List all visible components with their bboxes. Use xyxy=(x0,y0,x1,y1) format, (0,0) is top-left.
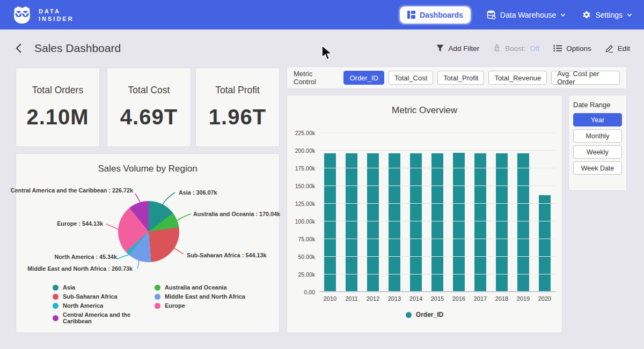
date-range-year[interactable]: Year xyxy=(573,113,622,127)
legend-dot xyxy=(155,303,160,309)
y-axis-tick: 100.00k xyxy=(287,218,315,225)
legend-label: Asia xyxy=(63,284,75,291)
pie-callout-asia: Asia : 306.07k xyxy=(179,189,217,196)
bar-2011[interactable] xyxy=(346,153,357,292)
legend-dot xyxy=(53,285,58,291)
nav-item-settings[interactable]: Settings xyxy=(582,10,632,19)
pencil-icon xyxy=(605,44,613,53)
kpi-label: Total Cost xyxy=(128,85,170,96)
kpi-label: Total Profit xyxy=(215,85,260,96)
bar-slot xyxy=(470,133,491,292)
gear-icon xyxy=(582,10,591,19)
bar-2020[interactable] xyxy=(539,195,551,292)
y-axis-tick: 25.00k xyxy=(287,271,315,278)
back-button[interactable] xyxy=(13,42,25,54)
bar-2018[interactable] xyxy=(496,153,508,292)
date-range-week-date[interactable]: Week Date xyxy=(573,161,622,175)
metric-control-label: Metric Control xyxy=(294,70,336,86)
bar-slot xyxy=(319,133,341,292)
legend-item[interactable]: Central America and the Caribbean xyxy=(53,311,133,324)
gridline xyxy=(319,221,555,221)
y-axis-tick: 150.00k xyxy=(287,183,315,189)
y-axis-tick: 125.00k xyxy=(287,201,315,207)
bar-2016[interactable] xyxy=(453,153,465,292)
brand[interactable]: DATA INSIDER xyxy=(12,5,74,25)
date-range-buttons: YearMonthlyWeeklyWeek Date xyxy=(573,113,622,175)
kpi-total-cost: Total Cost 4.69T xyxy=(107,68,191,146)
metric-chip-total-cost[interactable]: Total_Cost xyxy=(389,71,433,85)
date-range-monthly[interactable]: Monthly xyxy=(573,129,622,143)
gridline xyxy=(319,291,555,292)
gridline xyxy=(319,132,555,133)
nav-item-dashboards[interactable]: Dashboards xyxy=(400,6,471,24)
brand-text: DATA INSIDER xyxy=(39,8,74,23)
owl-logo-icon xyxy=(12,5,32,25)
y-axis-tick: 225.00k xyxy=(287,130,315,136)
chevron-down-icon xyxy=(560,12,566,18)
metric-chip-total-revenue[interactable]: Total_Revenue xyxy=(488,71,547,85)
kpi-total-orders: Total Orders 2.10M xyxy=(16,68,99,146)
metric-chip-total-profit[interactable]: Total_Profit xyxy=(437,71,484,85)
pie-circle[interactable] xyxy=(118,201,179,262)
metric-control-bar: Metric Control Order_IDTotal_CostTotal_P… xyxy=(287,67,626,88)
boost-state: Off xyxy=(530,44,539,53)
gridline xyxy=(319,239,555,239)
metric-chip-avg-cost-per-order[interactable]: Avg. Cost per Order xyxy=(551,71,620,85)
legend-item[interactable]: Australia and Oceania xyxy=(155,284,245,291)
legend-label: North America xyxy=(63,302,103,309)
brand-line2: INSIDER xyxy=(39,15,74,23)
bar-2013[interactable] xyxy=(389,153,400,292)
legend-label: Sub-Saharan Africa xyxy=(63,293,118,300)
nav-item-data-warehouse-label: Data Warehouse xyxy=(500,11,557,19)
bar-slot xyxy=(405,133,427,292)
add-filter-button[interactable]: Add Filter xyxy=(436,44,479,53)
filter-icon xyxy=(436,44,444,52)
chevron-down-icon xyxy=(627,12,632,18)
legend-item[interactable]: Asia xyxy=(53,284,133,291)
pie-callout-australia-oceania: Australia and Oceania : 170.04k xyxy=(193,211,280,217)
nav-menu: Dashboards Data Warehouse xyxy=(400,6,632,24)
app-root: DATA INSIDER Dashboards xyxy=(0,0,644,349)
bar-2012[interactable] xyxy=(367,153,379,293)
legend-label: Europe xyxy=(165,302,185,309)
legend-item[interactable]: North America xyxy=(53,302,133,309)
pie-callout-north-america: North America : 45.34k xyxy=(54,254,117,260)
legend-dot xyxy=(155,285,160,291)
bar-2010[interactable] xyxy=(324,153,336,292)
gridline xyxy=(319,168,555,168)
bar-slot xyxy=(448,133,470,292)
page-title: Sales Dashboard xyxy=(34,42,121,55)
y-axis-tick: 175.00k xyxy=(287,165,315,172)
bar-chart-title: Metric Overview xyxy=(287,105,562,116)
metric-chip-order-id[interactable]: Order_ID xyxy=(343,71,384,85)
boost-toggle[interactable]: Boost: Off xyxy=(493,44,539,53)
y-axis-tick: 50.00k xyxy=(287,254,315,260)
legend-item[interactable]: Middle East and North Africa xyxy=(155,293,245,300)
bar-2019[interactable] xyxy=(517,153,529,292)
bar-2014[interactable] xyxy=(410,153,422,292)
metric-chip-group: Order_IDTotal_CostTotal_ProfitTotal_Reve… xyxy=(343,71,620,85)
date-range-weekly[interactable]: Weekly xyxy=(573,145,622,159)
legend-label: Central America and the Caribbean xyxy=(63,311,133,324)
dashboard-grid-icon xyxy=(407,11,415,19)
pie-chart-card: Sales Volume by Region Asia : 306.07k Au… xyxy=(16,154,279,332)
legend-item[interactable]: Europe xyxy=(155,302,245,309)
nav-item-data-warehouse[interactable]: Data Warehouse xyxy=(487,10,566,19)
x-axis-label: 2020 xyxy=(534,295,555,302)
options-button[interactable]: Options xyxy=(553,44,591,53)
kpi-value: 4.69T xyxy=(120,105,178,129)
legend-item[interactable]: Sub-Saharan Africa xyxy=(53,293,133,300)
x-axis-label: 2012 xyxy=(362,295,384,302)
bar-chart-card: Metric Overview 0.0025.00k50.00k75.00k10… xyxy=(287,95,562,332)
bar-slot xyxy=(341,133,362,292)
edit-label: Edit xyxy=(618,44,630,53)
legend-dot xyxy=(53,303,58,309)
bar-2015[interactable] xyxy=(431,153,443,292)
gridline xyxy=(319,274,555,274)
edit-button[interactable]: Edit xyxy=(605,44,630,53)
pie-legend: AsiaSub-Saharan AfricaNorth AmericaCentr… xyxy=(53,284,245,324)
bar-2017[interactable] xyxy=(474,153,486,292)
y-axis-tick: 0.00 xyxy=(287,289,315,295)
bar-chart-legend[interactable]: Order_ID xyxy=(287,311,562,318)
nav-item-dashboards-label: Dashboards xyxy=(420,11,463,19)
